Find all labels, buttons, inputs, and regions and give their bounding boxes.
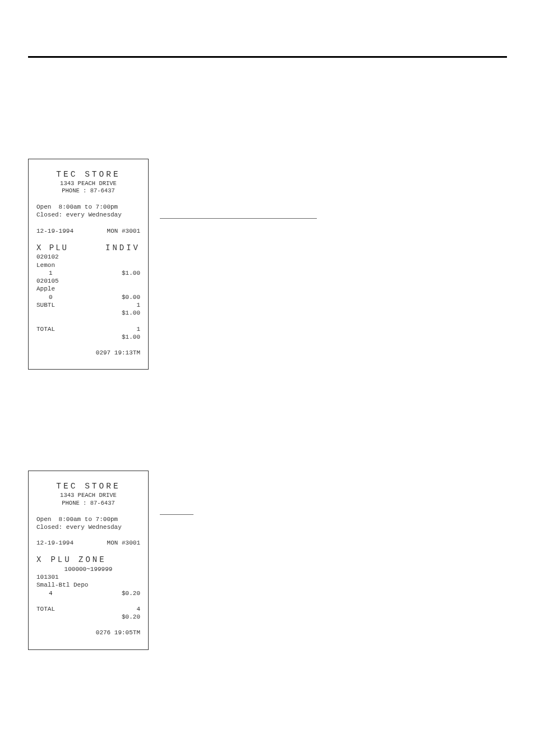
subtotal-amount: $1.00 xyxy=(36,309,140,317)
plu-line: 4 $0.20 xyxy=(36,589,140,597)
subtotal-qty: 1 xyxy=(136,301,140,309)
plu-amount: $0.20 xyxy=(122,589,140,597)
total-qty-line: TOTAL 4 xyxy=(36,605,140,613)
date-line: 12-19-1994 MON #3001 xyxy=(36,539,140,547)
title-right: INDIV xyxy=(105,243,140,253)
total-amount: $0.20 xyxy=(36,613,140,621)
day-register: MON #3001 xyxy=(107,227,140,235)
store-name: TEC STORE xyxy=(36,169,140,180)
report-title: X PLU ZONE xyxy=(36,555,140,565)
store-phone: PHONE : 87-6437 xyxy=(36,187,140,195)
title-right: PLU ZONE xyxy=(50,555,106,565)
title-left: X xyxy=(36,555,43,565)
total-amount: $1.00 xyxy=(36,333,140,341)
plu-line: 0 $0.00 xyxy=(36,293,140,301)
plu-qty: 4 xyxy=(36,589,53,597)
date: 12-19-1994 xyxy=(36,539,73,547)
receipt-zone: TEC STORE 1343 PEACH DRIVE PHONE : 87-64… xyxy=(28,471,149,649)
plu-code: 020102 xyxy=(36,253,140,261)
open-hours: Open 8:00am to 7:00pm xyxy=(36,515,140,523)
day-register: MON #3001 xyxy=(107,539,140,547)
plu-code: 101301 xyxy=(36,573,140,581)
plu-line: 1 $1.00 xyxy=(36,269,140,277)
report-title: X PLU INDIV xyxy=(36,243,140,253)
closed-line: Closed: every Wednesday xyxy=(36,523,140,531)
total-label: TOTAL xyxy=(36,605,55,613)
zone-receipt-section: TEC STORE 1343 PEACH DRIVE PHONE : 87-64… xyxy=(28,471,507,649)
plu-name: Apple xyxy=(36,285,140,293)
annotation-line xyxy=(160,218,317,219)
annotation-line xyxy=(160,514,193,515)
plu-qty: 0 xyxy=(36,293,53,301)
store-address: 1343 PEACH DRIVE xyxy=(36,492,140,500)
title-left: X PLU xyxy=(36,243,68,253)
date-line: 12-19-1994 MON #3001 xyxy=(36,227,140,235)
subtotal-label: SUBTL xyxy=(36,301,55,309)
subtotal-qty-line: SUBTL 1 xyxy=(36,301,140,309)
store-address: 1343 PEACH DRIVE xyxy=(36,180,140,188)
receipt-indiv: TEC STORE 1343 PEACH DRIVE PHONE : 87-64… xyxy=(28,159,149,370)
plu-name: Small-Btl Depo xyxy=(36,581,140,589)
total-qty: 4 xyxy=(136,605,140,613)
closed-line: Closed: every Wednesday xyxy=(36,211,140,219)
open-hours: Open 8:00am to 7:00pm xyxy=(36,203,140,211)
store-name: TEC STORE xyxy=(36,481,140,492)
plu-amount: $1.00 xyxy=(122,269,140,277)
total-label: TOTAL xyxy=(36,325,55,333)
plu-code: 020105 xyxy=(36,277,140,285)
indiv-receipt-section: TEC STORE 1343 PEACH DRIVE PHONE : 87-64… xyxy=(28,159,507,370)
receipt-footer: 0297 19:13TM xyxy=(36,349,140,357)
plu-amount: $0.00 xyxy=(122,293,140,301)
plu-name: Lemon xyxy=(36,261,140,269)
store-phone: PHONE : 87-6437 xyxy=(36,500,140,508)
zone-range: 100000~199999 xyxy=(36,565,140,573)
total-qty: 1 xyxy=(136,325,140,333)
total-qty-line: TOTAL 1 xyxy=(36,325,140,333)
receipt-footer: 0276 19:05TM xyxy=(36,629,140,637)
plu-qty: 1 xyxy=(36,269,53,277)
page-top-rule xyxy=(28,56,507,58)
date: 12-19-1994 xyxy=(36,227,73,235)
